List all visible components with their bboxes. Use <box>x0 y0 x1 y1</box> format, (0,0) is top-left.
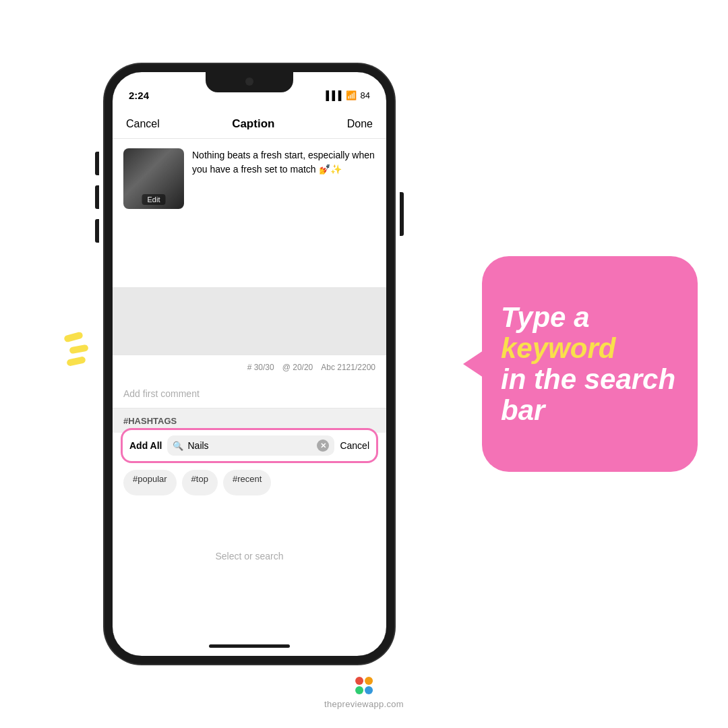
clear-input-button[interactable]: ✕ <box>317 439 329 452</box>
phone-device: 2:24 ▐▐▐ 📶 84 Cancel Caption Done Edit <box>104 64 394 664</box>
status-icons: ▐▐▐ 📶 84 <box>323 90 370 100</box>
search-cancel-button[interactable]: Cancel <box>340 440 369 451</box>
svg-point-1 <box>365 677 373 685</box>
phone-screen: 2:24 ▐▐▐ 📶 84 Cancel Caption Done Edit <box>113 72 386 656</box>
chip-1[interactable]: #top <box>182 470 218 495</box>
phone-frame: 2:24 ▐▐▐ 📶 84 Cancel Caption Done Edit <box>104 64 394 664</box>
dash-2 <box>69 344 88 355</box>
volume-up-button <box>95 152 99 175</box>
first-comment-row[interactable]: Add first comment <box>113 379 386 408</box>
callout-text: Type a keyword in the searchbar <box>501 276 679 452</box>
navigation-bar: Cancel Caption Done <box>113 109 386 139</box>
post-thumbnail[interactable]: Edit <box>123 148 184 209</box>
callout-bubble: Type a keyword in the searchbar <box>482 256 698 472</box>
mention-counter: @ 20/20 <box>282 363 313 372</box>
counter-bar: # 30/30 @ 20/20 Abc 2121/2200 <box>113 355 386 379</box>
hashtag-header-label: #HASHTAGS <box>123 416 177 426</box>
home-indicator[interactable] <box>209 644 290 648</box>
callout-line3: in the searchbar <box>501 364 679 426</box>
signal-icon: ▐▐▐ <box>323 90 342 100</box>
battery-text: 84 <box>361 90 370 100</box>
wifi-icon: 📶 <box>346 90 357 100</box>
front-camera <box>245 78 253 86</box>
callout-line1: Type a <box>501 302 679 333</box>
chip-0[interactable]: #popular <box>123 470 177 495</box>
dash-decoration <box>64 334 88 370</box>
chip-2[interactable]: #recent <box>223 470 271 495</box>
search-icon: 🔍 <box>173 441 183 451</box>
post-caption-text[interactable]: Nothing beats a fresh start, especially … <box>192 148 375 278</box>
preview-domain-label: thepreviewapp.com <box>324 699 404 709</box>
volume-down-button <box>95 185 99 209</box>
first-comment-placeholder: Add first comment <box>123 388 200 399</box>
done-button[interactable]: Done <box>347 118 373 130</box>
post-area: Edit Nothing beats a fresh start, especi… <box>113 139 386 287</box>
search-input[interactable]: Nails <box>187 440 313 451</box>
dash-3 <box>66 356 86 367</box>
hashtag-counter: # 30/30 <box>247 363 274 372</box>
gray-placeholder-area <box>113 287 386 355</box>
chips-row: #popular #top #recent <box>123 470 375 495</box>
silent-switch <box>95 219 99 243</box>
search-input-wrapper[interactable]: 🔍 Nails ✕ <box>167 435 334 456</box>
cancel-button[interactable]: Cancel <box>126 118 160 130</box>
add-all-button[interactable]: Add All <box>129 440 162 451</box>
svg-point-2 <box>355 686 363 694</box>
char-counter: Abc 2121/2200 <box>321 363 375 372</box>
power-button <box>400 192 404 236</box>
select-or-search-label: Select or search <box>113 551 386 562</box>
edit-button[interactable]: Edit <box>142 194 166 205</box>
search-bar-row: Add All 🔍 Nails ✕ Cancel <box>121 428 378 463</box>
preview-app-icon <box>353 675 375 696</box>
svg-point-0 <box>355 677 363 685</box>
svg-point-3 <box>365 686 373 694</box>
notch <box>206 72 293 92</box>
preview-app-footer: thepreviewapp.com <box>324 675 404 709</box>
dash-1 <box>63 332 84 343</box>
callout-line2: keyword <box>501 333 679 364</box>
status-time: 2:24 <box>129 90 149 101</box>
page-title: Caption <box>232 117 274 131</box>
